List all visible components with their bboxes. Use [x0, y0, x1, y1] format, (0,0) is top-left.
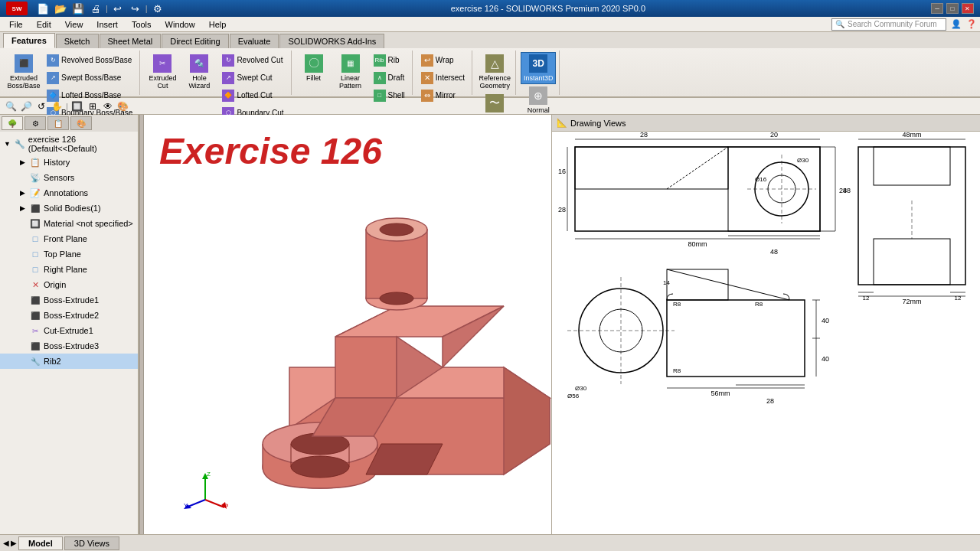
- pan-icon[interactable]: ✋: [51, 100, 63, 112]
- tree-item-boss-extrude3[interactable]: ▶ ⬛ Boss-Extrude3: [0, 338, 138, 354]
- rib-btn[interactable]: Rib Rib: [370, 52, 409, 69]
- tree-item-history[interactable]: ▶ 📋 History: [0, 155, 138, 170]
- zoom-icon[interactable]: 🔎: [20, 100, 32, 112]
- search-box[interactable]: 🔍 Search Community Forum: [831, 18, 946, 31]
- cut-col: ↻ Revolved Cut ↗ Swept Cut 🔶 Lofted Cut …: [218, 52, 287, 122]
- mirror-icon: ⇔: [421, 90, 433, 102]
- mirror-btn[interactable]: ⇔ Mirror: [417, 87, 469, 104]
- tree-root[interactable]: ▼ 🔧 exercise 126 (Default<<Default): [0, 133, 138, 155]
- tree-item-front-plane[interactable]: ▶ □ Front Plane: [0, 231, 138, 246]
- material-expand[interactable]: ▶: [18, 219, 27, 228]
- tree-item-sensors[interactable]: ▶ 📡 Sensors: [0, 170, 138, 185]
- fm-tab-display[interactable]: 🎨: [70, 116, 92, 130]
- revolved-boss-base-btn[interactable]: ↻ Revolved Boss/Base: [43, 52, 136, 69]
- view-options-icon[interactable]: 🔍: [5, 100, 17, 112]
- appearance-icon[interactable]: 🎨: [117, 100, 129, 112]
- tab-evaluate[interactable]: Evaluate: [230, 34, 279, 48]
- boss-extrude1-expand[interactable]: ▶: [18, 295, 27, 305]
- shell-btn[interactable]: □ Shell: [370, 87, 409, 104]
- swept-cut-btn[interactable]: ↗ Swept Cut: [218, 70, 287, 86]
- solid-bodies-expand[interactable]: ▶: [18, 204, 27, 213]
- right-plane-expand[interactable]: ▶: [18, 265, 27, 274]
- root-expand[interactable]: ▼: [3, 139, 11, 148]
- viewport: Exercise 126: [144, 115, 551, 534]
- display-style-icon[interactable]: 🔲: [71, 100, 83, 112]
- title-bar-title: exercise 126 - SOLIDWORKS Premium 2020 S…: [451, 4, 645, 13]
- tree-item-rib2[interactable]: ▶ 🔧 Rib2: [0, 354, 138, 369]
- lofted-cut-btn[interactable]: 🔶 Lofted Cut: [218, 87, 287, 104]
- fm-tab-properties[interactable]: ⚙: [24, 116, 46, 130]
- boss-extrude3-expand[interactable]: ▶: [18, 341, 27, 350]
- tree-item-top-plane[interactable]: ▶ □ Top Plane: [0, 246, 138, 262]
- menu-tools[interactable]: Tools: [126, 18, 158, 31]
- tab-addins[interactable]: SOLIDWORKS Add-Ins: [279, 34, 384, 48]
- wrap-btn[interactable]: ↩ Wrap: [417, 52, 469, 69]
- tree-item-material[interactable]: ▶ 🔲 Material <not specified>: [0, 216, 138, 231]
- redo-btn[interactable]: ↪: [128, 1, 143, 16]
- annotations-label: Annotations: [44, 188, 88, 197]
- fm-tab-config[interactable]: 📋: [47, 116, 69, 130]
- top-plane-expand[interactable]: ▶: [18, 249, 27, 259]
- open-btn[interactable]: 📂: [53, 1, 68, 16]
- cut-extrude1-expand[interactable]: ▶: [18, 326, 27, 335]
- tab-direct-editing[interactable]: Direct Editing: [162, 34, 228, 48]
- rib2-expand[interactable]: ▶: [18, 357, 27, 366]
- section-view-icon[interactable]: ⊞: [87, 100, 99, 112]
- menu-file[interactable]: File: [3, 18, 29, 31]
- rebuild-btn[interactable]: ⚙: [150, 1, 165, 16]
- undo-btn[interactable]: ↩: [110, 1, 126, 16]
- hide-show-icon[interactable]: 👁: [102, 100, 114, 112]
- origin-expand[interactable]: ▶: [18, 280, 27, 289]
- right-plane-label: Right Plane: [44, 265, 87, 274]
- save-btn[interactable]: 💾: [70, 1, 86, 16]
- restore-btn[interactable]: □: [946, 3, 959, 14]
- tree-item-annotations[interactable]: ▶ 📝 Annotations: [0, 185, 138, 201]
- menu-window[interactable]: Window: [159, 18, 201, 31]
- extruded-cut-btn[interactable]: ✂ ExtrudedCut: [145, 52, 180, 92]
- boss-extrude2-expand[interactable]: ▶: [18, 311, 27, 320]
- fm-tab-features[interactable]: 🌳: [2, 116, 23, 130]
- sensors-expand[interactable]: ▶: [18, 173, 27, 182]
- swept-boss-base-btn[interactable]: ↗ Swept Boss/Base: [43, 70, 136, 86]
- new-btn[interactable]: 📄: [35, 1, 51, 16]
- fillet-btn[interactable]: 〇 Fillet: [296, 52, 332, 84]
- sensors-label: Sensors: [44, 173, 74, 182]
- tab-3d-views[interactable]: 3D Views: [64, 536, 119, 550]
- tree-item-boss-extrude2[interactable]: ▶ ⬛ Boss-Extrude2: [0, 308, 138, 323]
- close-btn[interactable]: ✕: [962, 3, 974, 14]
- tree-item-right-plane[interactable]: ▶ □ Right Plane: [0, 262, 138, 277]
- menu-insert[interactable]: Insert: [90, 18, 124, 31]
- model-area[interactable]: Z X Y: [144, 115, 551, 534]
- hole-wizard-btn[interactable]: 🔩 HoleWizard: [181, 52, 217, 92]
- intersect-btn[interactable]: ✕ Intersect: [417, 70, 469, 86]
- tab-sheet-metal[interactable]: Sheet Metal: [100, 34, 162, 48]
- instant3d-btn[interactable]: 3D Instant3D: [521, 52, 556, 84]
- tree-item-boss-extrude1[interactable]: ▶ ⬛ Boss-Extrude1: [0, 292, 138, 308]
- front-plane-expand[interactable]: ▶: [18, 234, 27, 243]
- extruded-boss-base-btn[interactable]: ⬛ ExtrudedBoss/Base: [6, 52, 41, 92]
- ribbon-group-cut: ✂ ExtrudedCut 🔩 HoleWizard ↻ Revolved Cu…: [142, 51, 291, 95]
- tree-item-cut-extrude1[interactable]: ▶ ✂ Cut-Extrude1: [0, 323, 138, 338]
- menu-view[interactable]: View: [59, 18, 90, 31]
- help-icon[interactable]: ❓: [966, 19, 977, 29]
- rib2-icon: 🔧: [29, 355, 41, 367]
- minimize-btn[interactable]: ─: [931, 3, 943, 14]
- menu-edit[interactable]: Edit: [31, 18, 57, 31]
- tree-item-solid-bodies[interactable]: ▶ ⬛ Solid Bodies(1): [0, 201, 138, 216]
- reference-geometry-btn[interactable]: △ ReferenceGeometry: [477, 52, 512, 92]
- scroll-right-btn[interactable]: ▶: [11, 539, 17, 547]
- rotate-icon[interactable]: ↺: [35, 100, 47, 112]
- draft-btn[interactable]: ∧ Draft: [370, 70, 409, 86]
- revolved-cut-btn[interactable]: ↻ Revolved Cut: [218, 52, 287, 69]
- history-expand[interactable]: ▶: [18, 158, 27, 167]
- tree-item-origin[interactable]: ▶ ✕ Origin: [0, 277, 138, 292]
- scroll-left-btn[interactable]: ◀: [3, 539, 9, 547]
- tab-sketch[interactable]: Sketch: [56, 34, 99, 48]
- user-icon[interactable]: 👤: [951, 19, 962, 29]
- tab-model[interactable]: Model: [18, 536, 63, 550]
- tab-features[interactable]: Features: [3, 33, 55, 48]
- menu-help[interactable]: Help: [203, 18, 233, 31]
- print-btn[interactable]: 🖨: [88, 1, 103, 16]
- annotations-expand[interactable]: ▶: [18, 188, 27, 197]
- linear-pattern-btn[interactable]: ▦ LinearPattern: [333, 52, 368, 92]
